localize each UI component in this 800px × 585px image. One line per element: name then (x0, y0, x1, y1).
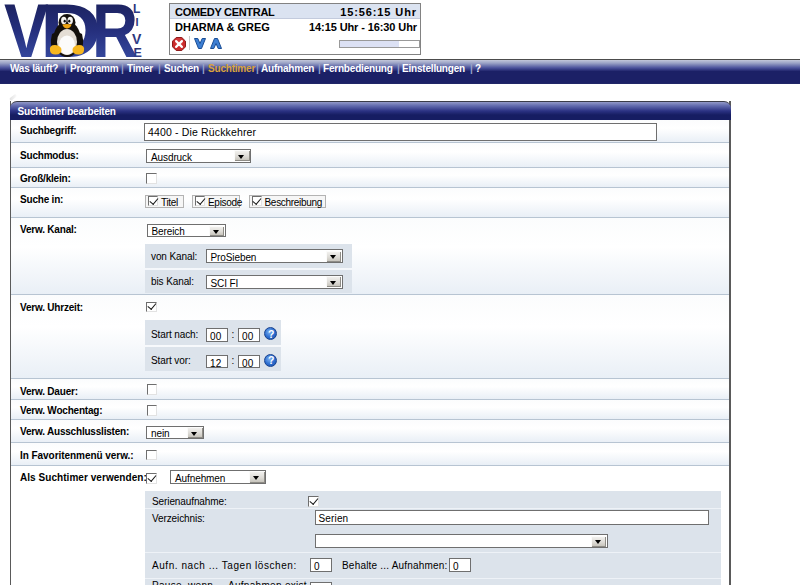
svg-text:V: V (132, 31, 142, 47)
svg-text:I: I (136, 16, 139, 28)
svg-text:E: E (134, 46, 142, 60)
svg-text:L: L (133, 2, 140, 16)
